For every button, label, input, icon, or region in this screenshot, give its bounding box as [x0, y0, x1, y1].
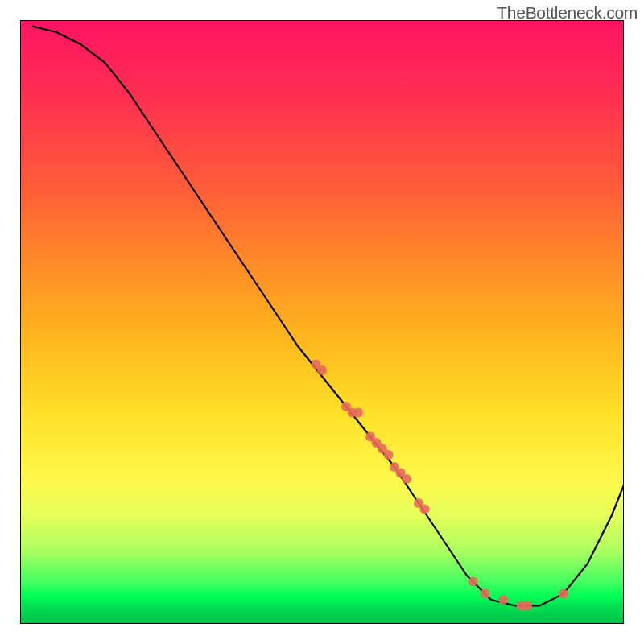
- chart-frame: TheBottleneck.com: [0, 0, 644, 644]
- plot-background-gradient: [20, 20, 624, 624]
- watermark-text: TheBottleneck.com: [497, 3, 638, 23]
